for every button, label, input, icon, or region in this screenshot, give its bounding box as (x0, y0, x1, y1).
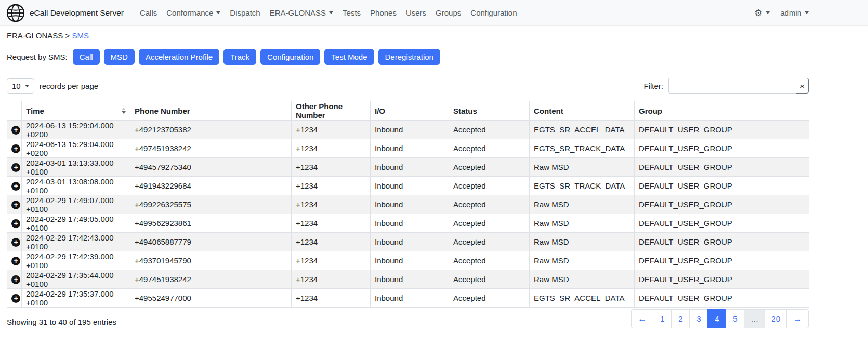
request-button-call[interactable]: Call (73, 49, 100, 65)
chevron-down-icon (766, 11, 770, 14)
cell-content: EGTS_SR_TRACK_DATA (530, 139, 635, 158)
cell-group: DEFAULT_USER_GROUP (635, 139, 809, 158)
cell-status: Accepted (449, 214, 530, 233)
records-per-page-label: records per page (40, 82, 98, 90)
nav-item-era-glonass[interactable]: ERA-GLONASS (265, 8, 338, 17)
gear-icon: ⚙ (754, 8, 762, 18)
cell-other-phone: +1234 (292, 177, 371, 195)
table-row: +2024-03-01 13:08:08.000 +0100+491943229… (7, 177, 809, 195)
breadcrumb-separator: > (65, 31, 70, 40)
request-button-test-mode[interactable]: Test Mode (324, 49, 374, 65)
expand-cell: + (7, 195, 22, 214)
request-button-configuration[interactable]: Configuration (260, 49, 320, 65)
expand-row-button[interactable]: + (11, 201, 20, 209)
cell-phone: +495524977000 (130, 289, 292, 308)
cell-phone: +499562923861 (130, 214, 292, 233)
request-button-msd[interactable]: MSD (104, 49, 135, 65)
table-row: +2024-02-29 17:42:39.000 +0100+493701945… (7, 251, 809, 270)
pagination-page-5[interactable]: 5 (726, 309, 744, 328)
filter-clear-button[interactable]: × (796, 78, 809, 94)
expand-cell: + (7, 233, 22, 251)
expand-column-header (7, 101, 22, 121)
expand-row-button[interactable]: + (11, 182, 20, 191)
cell-group: DEFAULT_USER_GROUP (635, 214, 809, 233)
request-button-track[interactable]: Track (223, 49, 256, 65)
page-size-select[interactable]: 10 (7, 78, 34, 94)
cell-time: 2024-02-29 17:42:39.000 +0100 (22, 251, 130, 270)
pagination-page-3[interactable]: 3 (689, 309, 708, 328)
expand-row-button[interactable]: + (11, 238, 20, 247)
navbar-menu: CallsConformanceDispatchERA-GLONASSTests… (135, 8, 522, 17)
pagination-prev-button[interactable]: ← (631, 309, 653, 328)
sms-table: Time Phone Number Other Phone Number I/O… (7, 101, 809, 308)
column-header-io[interactable]: I/O (371, 101, 449, 121)
expand-cell: + (7, 177, 22, 195)
pagination-next-button[interactable]: → (786, 309, 809, 328)
table-row: +2024-02-29 17:42:43.000 +0100+494065887… (7, 233, 809, 251)
arrow-right-icon: → (793, 314, 802, 323)
page-size-value: 10 (12, 82, 21, 90)
pagination-page-2[interactable]: 2 (671, 309, 690, 328)
column-header-group[interactable]: Group (635, 101, 809, 121)
request-button-deregistration[interactable]: Deregistration (378, 49, 440, 65)
cell-status: Accepted (449, 251, 530, 270)
pagination-page-4[interactable]: 4 (707, 309, 726, 328)
cell-time: 2024-03-01 13:13:33.000 +0100 (22, 158, 130, 177)
nav-item-configuration[interactable]: Configuration (466, 8, 521, 17)
column-header-other-phone-number[interactable]: Other Phone Number (292, 101, 371, 121)
cell-status: Accepted (449, 233, 530, 251)
nav-item-groups[interactable]: Groups (431, 8, 466, 17)
app-brand[interactable]: eCall Development Server (7, 4, 124, 22)
plus-circle-icon: + (14, 257, 18, 264)
user-menu[interactable]: admin (780, 8, 809, 17)
expand-row-button[interactable]: + (11, 126, 20, 135)
expand-row-button[interactable]: + (11, 219, 20, 228)
column-header-time[interactable]: Time (22, 101, 130, 121)
expand-row-button[interactable]: + (11, 144, 20, 153)
cell-io: Inbound (371, 158, 449, 177)
breadcrumb-link-sms[interactable]: SMS (72, 31, 89, 40)
cell-status: Accepted (449, 158, 530, 177)
table-header: Time Phone Number Other Phone Number I/O… (7, 101, 809, 121)
filter-input[interactable] (668, 78, 796, 94)
nav-item-tests[interactable]: Tests (338, 8, 365, 17)
cell-time: 2024-03-01 13:08:08.000 +0100 (22, 177, 130, 195)
cell-io: Inbound (371, 214, 449, 233)
nav-item-phones[interactable]: Phones (365, 8, 401, 17)
pagination-page-20[interactable]: 20 (765, 309, 787, 328)
plus-circle-icon: + (14, 220, 18, 227)
pagination-page-1[interactable]: 1 (653, 309, 672, 328)
column-header-phone-number[interactable]: Phone Number (130, 101, 292, 121)
request-button-acceleration-profile[interactable]: Acceleration Profile (139, 49, 219, 65)
chevron-down-icon (25, 85, 29, 87)
expand-row-button[interactable]: + (11, 163, 20, 172)
nav-item-dispatch[interactable]: Dispatch (225, 8, 265, 17)
settings-menu[interactable]: ⚙ (754, 8, 770, 18)
cell-status: Accepted (449, 270, 530, 289)
nav-item-users[interactable]: Users (401, 8, 431, 17)
table-controls: 10 records per page Filter: × (7, 78, 809, 94)
chevron-down-icon (216, 11, 220, 14)
nav-item-conformance[interactable]: Conformance (162, 8, 225, 17)
column-header-content[interactable]: Content (530, 101, 635, 121)
column-header-status[interactable]: Status (449, 101, 530, 121)
cell-io: Inbound (371, 233, 449, 251)
expand-row-button[interactable]: + (11, 257, 20, 265)
cell-phone: +494579275340 (130, 158, 292, 177)
navbar: eCall Development Server CallsConformanc… (0, 0, 868, 26)
plus-circle-icon: + (14, 126, 18, 134)
expand-row-button[interactable]: + (11, 294, 20, 303)
plus-circle-icon: + (14, 295, 18, 302)
table-row: +2024-06-13 15:29:04.000 +0200+492123705… (7, 121, 809, 139)
nav-item-calls[interactable]: Calls (135, 8, 162, 17)
table-body: +2024-06-13 15:29:04.000 +0200+492123705… (7, 121, 809, 308)
cell-other-phone: +1234 (292, 195, 371, 214)
cell-status: Accepted (449, 139, 530, 158)
expand-cell: + (7, 158, 22, 177)
cell-other-phone: +1234 (292, 214, 371, 233)
cell-status: Accepted (449, 289, 530, 308)
expand-row-button[interactable]: + (11, 275, 20, 284)
cell-group: DEFAULT_USER_GROUP (635, 251, 809, 270)
expand-cell: + (7, 214, 22, 233)
cell-time: 2024-02-29 17:35:37.000 +0100 (22, 289, 130, 308)
